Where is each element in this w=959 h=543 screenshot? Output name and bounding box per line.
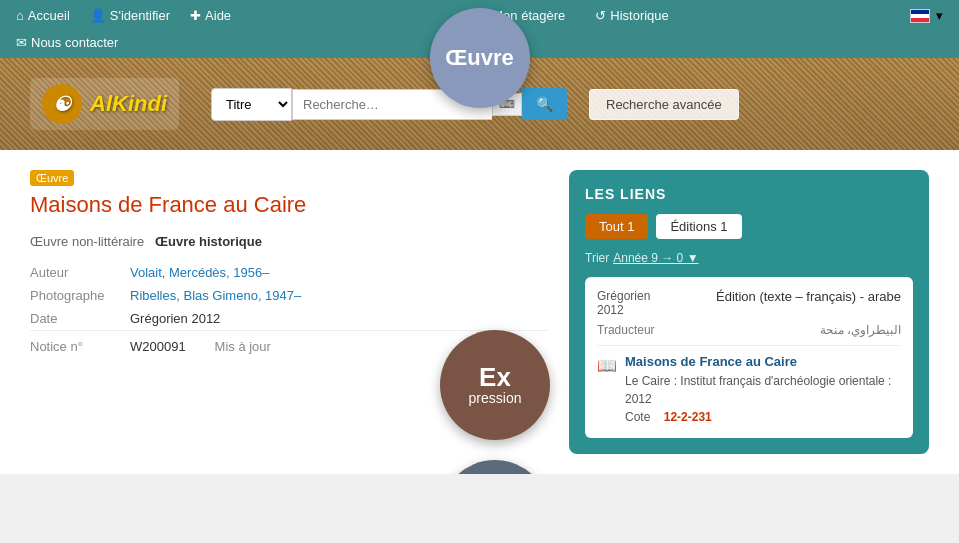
home-icon: ⌂ <box>16 8 24 23</box>
translator-label: Traducteur <box>597 323 655 337</box>
table-row: Auteur Volait, Mercédès, 1956– <box>30 261 549 284</box>
expression-ex: Ex <box>479 364 511 390</box>
les-liens-title: LES LIENS <box>585 186 913 202</box>
cote-label: Cote <box>625 410 650 424</box>
book-icon: 📖 <box>597 356 617 375</box>
oeuvre-bubble: Œuvre <box>430 8 530 108</box>
table-row: Photographe Ribelles, Blas Gimeno, 1947– <box>30 284 549 307</box>
nav-aide-label: Aide <box>205 8 231 23</box>
advanced-search-label: Recherche avancée <box>606 97 722 112</box>
search-button[interactable]: 🔍 <box>522 88 567 120</box>
link-card: Grégorien 2012 Édition (texte – français… <box>585 277 913 438</box>
contact-icon: ✉ <box>16 35 27 50</box>
nav-historique-label: Historique <box>610 8 669 23</box>
work-title: Maisons de France au Caire <box>30 192 549 218</box>
nav-sidentifier-label: S'identifier <box>110 8 170 23</box>
history-icon: ↺ <box>595 8 606 23</box>
nav-nous-contacter[interactable]: ✉ Nous contacter <box>16 35 118 50</box>
mis-a-jour-label: Mis à jour <box>215 339 271 354</box>
advanced-search-button[interactable]: Recherche avancée <box>589 89 739 120</box>
alkindi-text: AlKindi <box>90 91 167 117</box>
language-selector[interactable]: ▾ <box>910 8 943 23</box>
book-details: Le Caire : Institut français d'archéolog… <box>625 372 901 426</box>
label-date: Date <box>30 307 130 331</box>
nav-aide[interactable]: ✚ Aide <box>190 8 231 23</box>
tab-tout[interactable]: Tout 1 <box>585 214 648 239</box>
oeuvre-bubble-label: Œuvre <box>445 45 513 71</box>
right-panel: LES LIENS Tout 1 Éditions 1 Trier Année … <box>569 170 929 454</box>
gregorien-label-value: Grégorien 2012 <box>597 289 650 317</box>
work-type: Œuvre non-littéraire Œuvre historique <box>30 234 549 249</box>
translator-value: البيطراوي، منحة <box>820 323 901 337</box>
main-content: Œuvre Maisons de France au Caire Œuvre n… <box>0 150 959 474</box>
book-info: Maisons de France au Caire Le Caire : In… <box>625 354 901 426</box>
nav-nous-contacter-label: Nous contacter <box>31 35 118 50</box>
nav-accueil-label: Accueil <box>28 8 70 23</box>
translator-row: Traducteur البيطراوي، منحة <box>597 323 901 337</box>
book-entry: 📖 Maisons de France au Caire Le Caire : … <box>597 345 901 426</box>
table-row: Date Grégorien 2012 <box>30 307 549 331</box>
user-icon: 👤 <box>90 8 106 23</box>
edition-label: Édition (texte – français) - arabe <box>716 289 901 317</box>
sort-row: Trier Année 9 → 0 ▼ <box>585 251 913 265</box>
dropdown-arrow: ▾ <box>936 8 943 23</box>
nav-accueil[interactable]: ⌂ Accueil <box>16 8 70 23</box>
auteur-link[interactable]: Volait, Mercédès, 1956– <box>130 265 269 280</box>
alkindi-icon: ☯ <box>42 84 82 124</box>
work-type-label: Œuvre non-littéraire <box>30 234 144 249</box>
nav-sidentifier[interactable]: 👤 S'identifier <box>90 8 170 23</box>
sort-value[interactable]: Année 9 → 0 ▼ <box>613 251 698 265</box>
search-type-select[interactable]: Titre Auteur Sujet ISBN <box>211 88 292 121</box>
manifestation-bubble: Manif estation <box>440 460 550 474</box>
date-value: Grégorien 2012 <box>130 307 549 331</box>
label-notice: Notice n° <box>30 331 130 359</box>
tab-editions[interactable]: Éditions 1 <box>656 214 741 239</box>
flag-icon <box>910 9 930 23</box>
label-photographe: Photographe <box>30 284 130 307</box>
filter-tabs: Tout 1 Éditions 1 <box>585 214 913 239</box>
nav-historique[interactable]: ↺ Historique <box>595 8 669 23</box>
cote-value: 12-2-231 <box>664 410 712 424</box>
sort-label: Trier <box>585 251 609 265</box>
label-auteur: Auteur <box>30 261 130 284</box>
book-title[interactable]: Maisons de France au Caire <box>625 354 901 369</box>
work-type-value: Œuvre historique <box>155 234 262 249</box>
alkindi-logo: ☯ AlKindi <box>30 78 179 130</box>
expression-pression: pression <box>469 390 522 406</box>
help-icon: ✚ <box>190 8 201 23</box>
link-card-header: Grégorien 2012 Édition (texte – français… <box>597 289 901 317</box>
photographe-link[interactable]: Ribelles, Blas Gimeno, 1947– <box>130 288 301 303</box>
oeuvre-badge: Œuvre <box>30 170 74 186</box>
expression-bubble: Expression <box>440 330 550 440</box>
